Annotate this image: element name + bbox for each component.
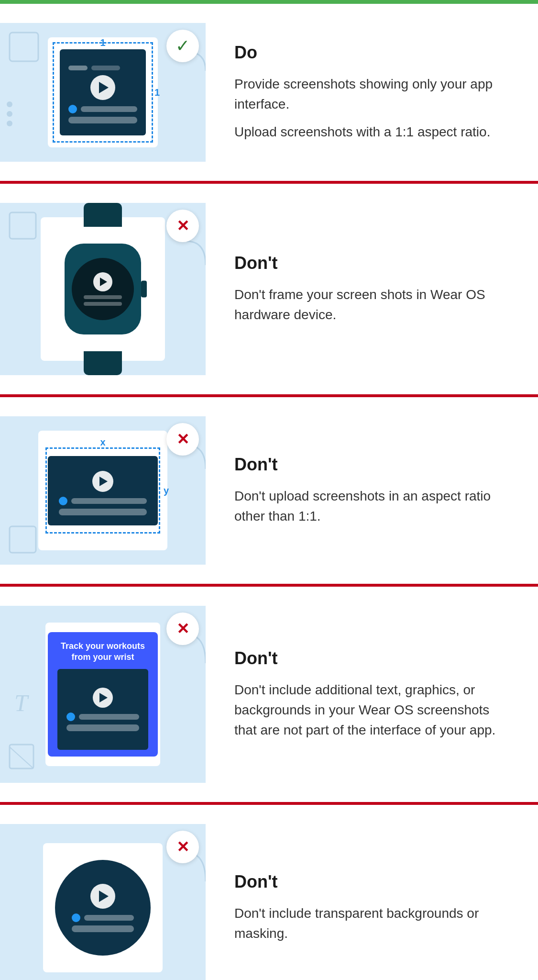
watch-screen (72, 258, 134, 320)
dont-watch-badge: ✕ (166, 210, 199, 242)
do-screenshot-card: 1 1 (48, 37, 158, 147)
do-para-2: Upload screenshots with a 1:1 aspect rat… (234, 122, 514, 142)
dont-text-section: T Track your workouts from your wrist (0, 587, 538, 805)
menu-item-1 (68, 105, 137, 113)
wide-menu-bar (59, 497, 147, 515)
circle-menu-item-2 (72, 925, 134, 932)
ratio-x-label: x (100, 437, 105, 448)
circle-menu-item-1 (72, 913, 134, 922)
app-screen-mockup (60, 49, 146, 135)
svg-rect-6 (10, 745, 33, 768)
circle-menu-dot (72, 913, 80, 922)
promo-menu-item-1 (66, 713, 139, 721)
dont-ratio-heading: Don't (234, 455, 514, 475)
promo-play-icon (99, 693, 108, 702)
dont-watch-para: Don't frame your screen shots in Wear OS… (234, 285, 514, 325)
do-right-panel: Do Provide screenshots showing only your… (206, 28, 538, 156)
do-left-panel: 1 1 (0, 23, 206, 162)
ratio-y-label: y (164, 485, 169, 496)
dont-watch-card (41, 217, 165, 361)
dont-transparent-section: ✕ Don't Don't include transparent backgr… (0, 805, 538, 980)
wide-menu-dot (59, 497, 67, 505)
watch-lines (84, 295, 122, 306)
do-section: 1 1 (0, 4, 538, 184)
play-triangle-icon (99, 82, 109, 93)
dont-watch-right-panel: Don't Don't frame your screen shots in W… (206, 239, 538, 339)
wide-play-icon (99, 477, 108, 486)
dont-ratio-left-panel: x y ✕ (0, 416, 206, 565)
ratio-label-top: 1 (100, 37, 105, 48)
watch-line-2 (84, 302, 122, 306)
promo-app-screen (57, 669, 148, 750)
dont-watch-section: ✕ Don't Don't frame your screen shots in… (0, 184, 538, 397)
svg-point-1 (7, 101, 12, 107)
svg-rect-0 (10, 33, 38, 61)
svg-line-7 (10, 747, 33, 768)
dont-ratio-right-panel: Don't Don't upload screenshots in an asp… (206, 440, 538, 541)
promo-card: Track your workouts from your wrist (48, 632, 158, 757)
watch-body (65, 244, 141, 334)
circle-play-icon (99, 891, 109, 902)
dont-text-badge: ✕ (166, 612, 199, 645)
dont-watch-left-panel: ✕ (0, 203, 206, 375)
dont-watch-heading: Don't (234, 253, 514, 273)
ratio-label-right: 1 (154, 87, 160, 98)
svg-text:T: T (14, 690, 29, 716)
promo-menu-dot (66, 713, 75, 721)
menu-item-2 (68, 117, 137, 123)
circle-menu-bar (72, 913, 134, 932)
dont-text-heading: Don't (234, 648, 514, 668)
dont-ratio-para: Don't upload screenshots in an aspect ra… (234, 486, 514, 526)
watch-band-top (84, 203, 122, 227)
wide-menu-item-1 (59, 497, 147, 505)
dont-transparent-right-panel: Don't Don't include transparent backgrou… (206, 858, 538, 958)
svg-point-2 (7, 111, 12, 117)
watch-play-icon (100, 278, 107, 286)
wide-menu-line (71, 498, 147, 504)
promo-text: Track your workouts from your wrist (55, 641, 151, 663)
do-heading: Do (234, 43, 514, 63)
wide-app-screen (48, 456, 158, 525)
promo-menu-line (79, 714, 139, 720)
dont-ratio-card: x y (38, 431, 167, 550)
svg-point-3 (7, 121, 12, 126)
watch-line-1 (84, 295, 122, 299)
dont-transparent-card (43, 843, 163, 972)
do-badge: ✓ (166, 30, 199, 62)
dont-text-right-panel: Don't Don't include additional text, gra… (206, 634, 538, 755)
do-para-1: Provide screenshots showing only your ap… (234, 74, 514, 114)
watch-button (141, 281, 147, 298)
watch-band-bottom (84, 351, 122, 375)
top-progress-bar (0, 0, 538, 4)
circle-play-btn (90, 884, 115, 909)
wide-play-btn (92, 471, 113, 492)
dont-transparent-badge: ✕ (166, 831, 199, 863)
play-button (90, 75, 115, 100)
dont-ratio-section: x y ✕ (0, 397, 538, 587)
promo-play-btn (93, 688, 113, 708)
promo-menu-bar (66, 713, 139, 731)
dont-transparent-heading: Don't (234, 872, 514, 892)
dont-transparent-para: Don't include transparent backgrounds or… (234, 903, 514, 944)
menu-line-1 (81, 106, 137, 112)
svg-rect-5 (10, 526, 36, 553)
circle-screen (55, 860, 151, 956)
dont-text-left-panel: T Track your workouts from your wrist (0, 606, 206, 783)
dont-text-para: Don't include additional text, graphics,… (234, 680, 514, 740)
promo-menu-item-2 (66, 724, 139, 731)
svg-rect-4 (10, 212, 36, 239)
wide-menu-item-2 (59, 509, 147, 515)
circle-menu-line (84, 915, 134, 921)
menu-dot (68, 105, 77, 113)
menu-bar (68, 105, 137, 123)
dont-ratio-badge: ✕ (166, 423, 199, 456)
dont-text-card: Track your workouts from your wrist (45, 623, 160, 766)
watch-play-btn (93, 272, 112, 291)
dont-transparent-left-panel: ✕ (0, 824, 206, 980)
